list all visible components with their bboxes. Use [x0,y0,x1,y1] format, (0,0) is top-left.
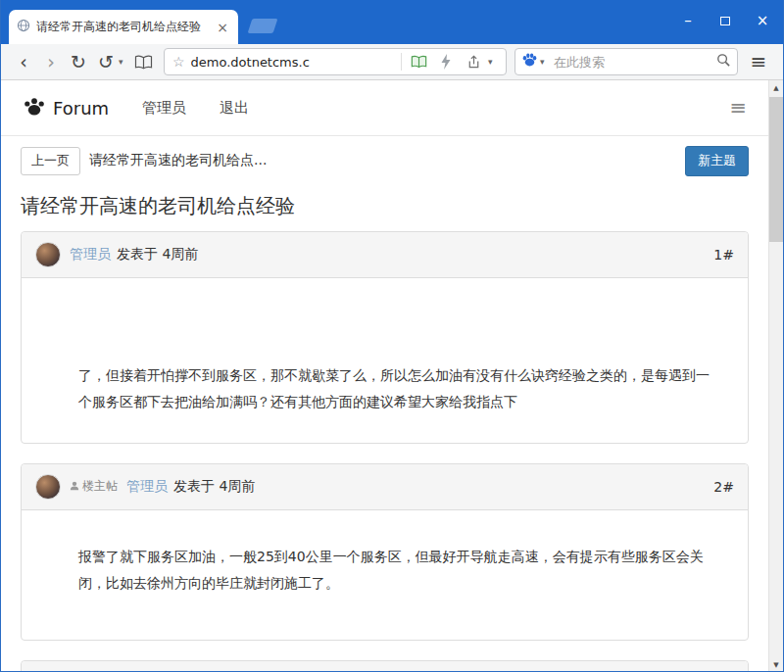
back-button[interactable]: ‹ [11,48,36,75]
avatar[interactable] [35,474,61,500]
tab-title: 请经常开高速的老司机给点经验 [36,19,209,35]
reading-mode-icon[interactable] [130,48,156,75]
post-author-link[interactable]: 管理员 [70,246,111,264]
reading-list-icon[interactable] [408,50,429,73]
browser-window: 请经常开高速的老司机给点经验 × – × ‹ › ↻ ↺ ▾ ☆ demo.do… [0,0,784,672]
scroll-down-button[interactable]: ▼ [769,657,784,672]
thread-title: 请经常开高速的老司机给点经验 [21,192,749,219]
bookmark-star-icon[interactable]: ☆ [172,54,185,70]
forum-logo-icon [23,95,46,120]
browser-toolbar: ‹ › ↻ ↺ ▾ ☆ demo.dotnetcms.c ▾ [1,44,783,80]
post-card: 楼主帖 管理员 发表于 4周前 2# 报警了就下服务区加油，一般25到40公里一… [21,463,749,641]
forward-button[interactable]: › [38,48,64,75]
post-card-peek [21,660,749,672]
url-text[interactable]: demo.dotnetcms.c [191,55,310,70]
post-meta: 发表于 4周前 [117,246,198,264]
original-poster-label: 楼主帖 [82,478,118,495]
post-author-link[interactable]: 管理员 [126,478,168,496]
forum-brand[interactable]: Forum [23,95,109,120]
nav-link-admin[interactable]: 管理员 [142,99,186,118]
original-poster-badge: 楼主帖 [70,478,118,495]
maximize-button[interactable] [710,8,740,33]
breadcrumb-current: 请经常开高速的老司机给点... [89,152,267,169]
browser-menu-icon[interactable]: ≡ [744,48,773,75]
post-header [22,661,748,672]
search-magnifier-icon[interactable] [716,53,731,72]
minimize-button[interactable]: – [673,8,703,33]
browser-titlebar: 请经常开高速的老司机给点经验 × – × [1,0,783,44]
original-poster-icon [70,480,79,494]
nav-link-logout[interactable]: 退出 [220,99,249,118]
page-favicon-icon [17,18,30,36]
close-button[interactable]: × [748,8,777,33]
breadcrumb: 上一页 请经常开高速的老司机给点... 新主题 [21,146,749,176]
new-topic-button[interactable]: 新主题 [685,146,749,176]
forum-navbar: Forum 管理员 退出 ≡ [1,80,768,136]
share-caret-icon[interactable]: ▾ [488,57,498,67]
scroll-up-button[interactable]: ▲ [769,80,784,95]
search-box[interactable]: ▾ [514,48,738,75]
post-header: 楼主帖 管理员 发表于 4周前 2# [22,464,748,510]
search-engine-icon[interactable] [521,52,538,72]
post-floor-number: 1# [713,247,734,263]
browser-tab[interactable]: 请经常开高速的老司机给点经验 × [9,10,238,44]
page-viewport: Forum 管理员 退出 ≡ 上一页 请经常开高速的老司机给点... 新主题 请… [1,80,783,672]
post-card: 管理员 发表于 4周前 1# 了，但接着开怕撑不到服务区，那不就歇菜了么，所以怎… [21,231,749,444]
scrollbar-thumb[interactable] [769,97,783,242]
page-content: Forum 管理员 退出 ≡ 上一页 请经常开高速的老司机给点... 新主题 请… [1,80,768,672]
previous-page-button[interactable]: 上一页 [21,147,80,175]
forum-menu-icon[interactable]: ≡ [729,96,747,120]
search-engine-caret-icon[interactable]: ▾ [540,57,550,67]
post-body: 了，但接着开怕撑不到服务区，那不就歇菜了么，所以怎么加油有没有什么诀窍经验之类的… [22,278,748,443]
post-meta: 发表于 4周前 [173,478,255,496]
refresh-button[interactable]: ↻ [66,48,91,75]
share-icon[interactable] [463,50,484,73]
search-input[interactable] [554,55,712,70]
avatar[interactable] [35,242,61,267]
vertical-scrollbar[interactable]: ▲ ▼ [768,80,783,672]
address-divider [401,53,402,71]
recently-closed-button[interactable]: ↺ [93,48,119,75]
post-body: 报警了就下服务区加油，一般25到40公里一个服务区，但最好开导航走高速，会有提示… [22,510,748,640]
new-tab-button[interactable] [248,19,278,33]
tab-close-icon[interactable]: × [215,21,230,34]
window-controls: – × [673,8,777,33]
lightning-icon[interactable] [435,50,457,73]
address-bar[interactable]: ☆ demo.dotnetcms.c ▾ [164,48,507,75]
maximize-icon [720,17,730,25]
scrollbar-track[interactable] [769,95,783,657]
recently-closed-caret-icon[interactable]: ▾ [119,57,128,67]
post-floor-number: 2# [713,479,734,495]
forum-brand-label: Forum [53,98,109,119]
post-header: 管理员 发表于 4周前 1# [22,232,748,278]
